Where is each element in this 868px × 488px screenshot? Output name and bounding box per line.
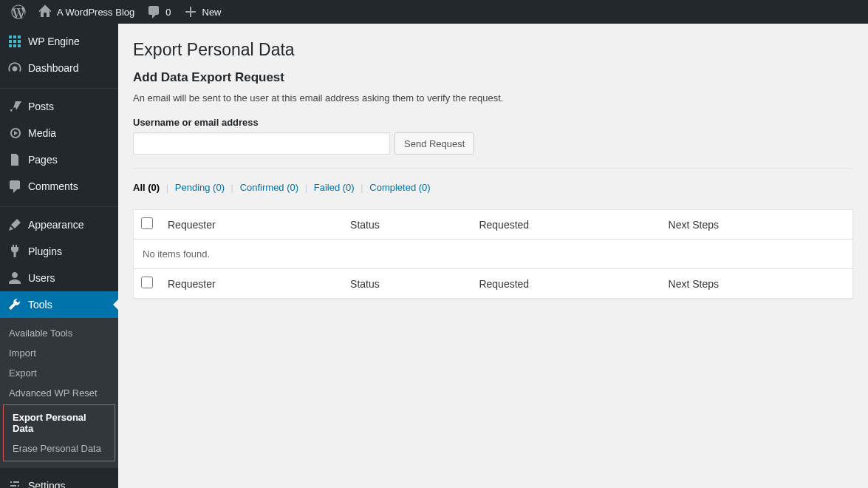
username-email-input[interactable] (133, 132, 390, 155)
sidebar-item-wpengine[interactable]: WP Engine (0, 28, 118, 55)
user-icon (7, 271, 22, 285)
wordpress-logo-icon (11, 4, 26, 19)
sidebar-item-settings[interactable]: Settings (0, 472, 118, 488)
table-empty-row: No items found. (134, 240, 853, 269)
filter-pending[interactable]: Pending (0) (175, 182, 225, 193)
col-next-steps: Next Steps (661, 210, 853, 240)
separator (133, 168, 853, 169)
site-title: A WordPress Blog (57, 7, 134, 18)
sidebar-item-label: Dashboard (28, 62, 79, 74)
home-icon (38, 4, 52, 19)
table-footer-row: Requester Status Requested Next Steps (134, 269, 853, 299)
submenu-export[interactable]: Export (0, 363, 118, 383)
sidebar-item-dashboard[interactable]: Dashboard (0, 55, 118, 81)
section-title: Add Data Export Request (133, 70, 853, 85)
col-requested[interactable]: Requested (471, 210, 660, 240)
sidebar-item-plugins[interactable]: Plugins (0, 238, 118, 265)
pin-icon (7, 99, 22, 114)
submenu-highlight-box: Export Personal Data Erase Personal Data (3, 404, 115, 461)
main-content: Export Personal Data Add Data Export Req… (118, 24, 868, 488)
table-header-row: Requester Status Requested Next Steps (134, 210, 853, 240)
comment-icon (7, 179, 22, 194)
comments-menu[interactable]: 0 (140, 0, 177, 24)
export-request-form: Username or email address Send Request (133, 117, 853, 155)
dashboard-icon (7, 61, 22, 75)
sidebar-item-comments[interactable]: Comments (0, 173, 118, 200)
email-field-label: Username or email address (133, 117, 853, 128)
select-all-checkbox[interactable] (141, 217, 153, 229)
sidebar-item-media[interactable]: Media (0, 120, 118, 146)
admin-sidebar: WP Engine Dashboard Posts Media Pages Co… (0, 24, 118, 488)
submenu-available-tools[interactable]: Available Tools (0, 323, 118, 343)
page-icon (7, 152, 22, 167)
sidebar-item-label: Pages (28, 154, 58, 166)
page-title: Export Personal Data (133, 40, 853, 60)
tools-submenu: Available Tools Import Export Advanced W… (0, 318, 118, 468)
menu-separator (0, 203, 118, 207)
plus-icon (183, 4, 198, 19)
sidebar-item-posts[interactable]: Posts (0, 93, 118, 120)
submenu-import[interactable]: Import (0, 343, 118, 363)
wp-logo-menu[interactable] (5, 0, 32, 24)
site-name-menu[interactable]: A WordPress Blog (32, 0, 140, 24)
filter-all[interactable]: All (0) (133, 182, 160, 193)
col-requester[interactable]: Requester (160, 269, 343, 299)
filter-failed[interactable]: Failed (0) (314, 182, 355, 193)
submenu-export-personal-data[interactable]: Export Personal Data (4, 407, 115, 438)
new-label: New (202, 7, 222, 18)
sidebar-item-appearance[interactable]: Appearance (0, 211, 118, 238)
new-content-menu[interactable]: New (177, 0, 228, 24)
sidebar-item-label: Posts (28, 101, 54, 112)
filter-confirmed[interactable]: Confirmed (0) (240, 182, 298, 193)
select-all-checkbox-footer[interactable] (141, 277, 153, 288)
no-items-text: No items found. (134, 240, 853, 269)
sidebar-item-label: Media (28, 127, 56, 139)
send-request-button[interactable]: Send Request (394, 132, 474, 155)
menu-separator (0, 85, 118, 89)
requests-table: Requester Status Requested Next Steps No… (133, 209, 853, 299)
section-description: An email will be sent to the user at thi… (133, 92, 853, 104)
sidebar-item-tools[interactable]: Tools (0, 291, 118, 318)
filter-completed[interactable]: Completed (0) (369, 182, 430, 193)
sidebar-item-label: Settings (28, 480, 66, 488)
sidebar-item-label: Comments (28, 180, 78, 192)
col-status: Status (343, 269, 471, 299)
filter-links: All (0) | Pending (0) | Confirmed (0) | … (133, 182, 853, 193)
sidebar-item-label: Tools (28, 299, 52, 311)
wpengine-icon (7, 34, 22, 49)
comment-count: 0 (165, 7, 171, 18)
sidebar-item-users[interactable]: Users (0, 265, 118, 291)
sidebar-item-label: WP Engine (28, 35, 80, 47)
media-icon (7, 126, 22, 140)
plug-icon (7, 244, 22, 259)
wrench-icon (7, 297, 22, 312)
submenu-erase-personal-data[interactable]: Erase Personal Data (4, 438, 115, 458)
sliders-icon (7, 478, 22, 488)
sidebar-item-label: Users (28, 272, 55, 284)
sidebar-item-pages[interactable]: Pages (0, 146, 118, 173)
sidebar-item-label: Appearance (28, 219, 84, 231)
comment-icon (146, 4, 161, 19)
sidebar-item-label: Plugins (28, 245, 62, 257)
col-requester[interactable]: Requester (160, 210, 343, 240)
col-status: Status (343, 210, 471, 240)
col-requested[interactable]: Requested (471, 269, 660, 299)
brush-icon (7, 217, 22, 232)
submenu-advanced-wp-reset[interactable]: Advanced WP Reset (0, 383, 118, 403)
admin-toolbar: A WordPress Blog 0 New (0, 0, 868, 24)
col-next-steps: Next Steps (661, 269, 853, 299)
